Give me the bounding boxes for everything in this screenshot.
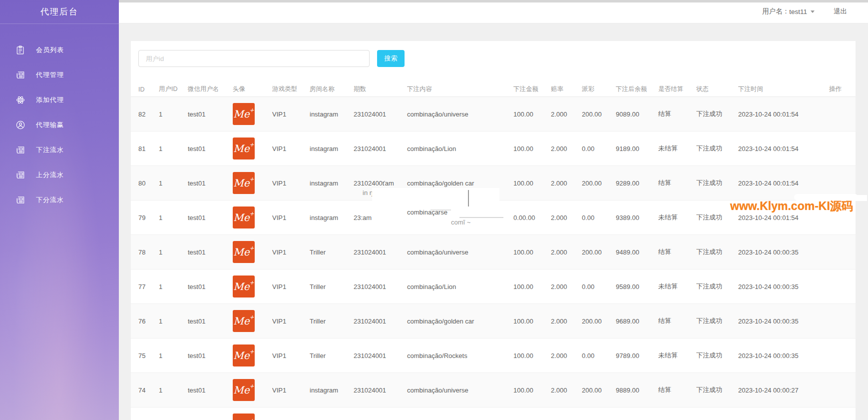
cell-odds: 2.000 (551, 132, 582, 166)
video-caret-artifact (468, 190, 469, 206)
search-button[interactable]: 搜索 (377, 50, 405, 67)
avatar: Me+ (233, 414, 255, 420)
cell-game: VIP1 (272, 166, 310, 200)
cell-text: 23102400ťam (354, 180, 394, 187)
cell-text: 未结算 (658, 144, 678, 153)
sidebar-item-withdraw-flow[interactable]: 下分流水 (0, 188, 119, 212)
sidebar-item-agent-winloss[interactable]: 代理输赢 (0, 112, 119, 138)
cell-id: 77 (131, 270, 156, 304)
cell-text: instagram (310, 110, 338, 118)
cell-text: 2.000 (551, 145, 567, 152)
cell-text: 结算 (658, 316, 671, 326)
news-icon (15, 195, 25, 205)
avatar-logo-text: Me (233, 144, 249, 154)
cell-text: 231024001 (354, 352, 386, 360)
cell-payout: 200.00 (582, 373, 616, 407)
cell-text: 1 (159, 110, 162, 118)
col-uid: 用户ID (156, 85, 180, 94)
table-row: 811test01Me+VIP1instagram231024001combin… (131, 132, 856, 166)
col-settle: 是否结算 (658, 85, 696, 94)
main-content: 搜索 ID用户ID微信用户名头像游戏类型房间名称期数下注内容下注金额赔率派彩下注… (119, 24, 868, 420)
cell-text: 200.00 (582, 386, 602, 394)
col-status: 状态 (696, 85, 738, 94)
cell-text: 231024001 (354, 248, 386, 256)
cell-text: combinação/Lion (407, 145, 456, 152)
cell-id (131, 408, 156, 420)
avatar-logo-plus: + (250, 314, 254, 320)
news-icon (15, 70, 25, 80)
cell-odds: 2.000 (551, 97, 582, 131)
cell-text: 231024001 (354, 283, 386, 290)
cell-room: Triller (310, 304, 350, 338)
cell-payout (582, 408, 616, 420)
sidebar-item-label: 添加代理 (36, 96, 64, 104)
cell-period: 231024001 (350, 304, 407, 338)
cell-text: 下注成功 (696, 213, 722, 222)
sidebar-item-add-agent[interactable]: 添加代理 (0, 88, 119, 112)
avatar-logo-plus: + (250, 418, 254, 420)
sidebar-item-bet-flow[interactable]: 下注流水 (0, 138, 119, 162)
cell-text: 2.000 (551, 248, 567, 256)
cell-text: 未结算 (658, 213, 678, 222)
cell-text: 未结算 (658, 351, 678, 360)
col-odds: 赔率 (551, 85, 582, 94)
cell-game: VIP1 (272, 304, 310, 338)
cell-settle: 未结算 (658, 132, 696, 166)
cell-text: VIP1 (272, 180, 286, 187)
cell-action (821, 97, 856, 131)
cell-uid: 1 (156, 235, 180, 269)
cell-room: instagram (310, 373, 350, 407)
news-icon (15, 145, 25, 155)
cell-text: 100.00 (513, 318, 533, 325)
cell-amount: 100.00 (507, 304, 551, 338)
cell-avatar: Me+ (230, 270, 272, 304)
cell-balance (616, 408, 658, 420)
cell-text: 200.00 (582, 248, 602, 256)
cell-action (821, 132, 856, 166)
search-input[interactable] (138, 50, 370, 67)
sidebar-item-label: 会员列表 (36, 46, 64, 54)
sidebar-item-label: 下分流水 (36, 196, 64, 204)
table-row: 771test01Me+VIP1Triller231024001combinaç… (131, 270, 856, 304)
username-dropdown[interactable]: 用户名： test11 (762, 7, 815, 16)
cell-text: combinação/Rockets (407, 352, 467, 360)
cell-text: combinação/universe (407, 386, 468, 394)
cell-id: 75 (131, 338, 156, 372)
cell-action (821, 338, 856, 372)
cell-avatar: Me+ (230, 132, 272, 166)
cell-id: 76 (131, 304, 156, 338)
cell-text: 9389.00 (616, 214, 639, 222)
cell-balance: 9189.00 (616, 132, 658, 166)
cell-id: 81 (131, 132, 156, 166)
app-title: 代理后台 (0, 0, 119, 24)
col-content: 下注内容 (407, 85, 507, 94)
inpaint-smudge (372, 188, 499, 202)
cell-room (310, 408, 350, 420)
cell-time: 2023-10-24 00:00:35 (738, 304, 821, 338)
cell-avatar: Me+ (230, 408, 272, 420)
cell-payout: 0.00 (582, 132, 616, 166)
avatar-logo-plus: + (250, 176, 254, 182)
avatar-logo-plus: + (250, 210, 254, 217)
cell-time: 2023-10-24 00:00:35 (738, 338, 821, 372)
table-row: 751test01Me+VIP1Triller231024001combinaç… (131, 338, 856, 373)
sidebar-item-topup-flow[interactable]: 上分流水 (0, 162, 119, 188)
cell-text: 9289.00 (616, 180, 639, 187)
user-circle-icon (15, 120, 25, 130)
cell-text: 231024001 (354, 145, 386, 152)
sidebar-item-members[interactable]: 会员列表 (0, 38, 119, 62)
cell-balance: 9789.00 (616, 338, 658, 372)
sidebar-item-agents[interactable]: 代理管理 (0, 62, 119, 88)
col-balance: 下注后余额 (616, 85, 658, 94)
username-label: 用户名： (762, 7, 789, 16)
cell-avatar: Me+ (230, 166, 272, 200)
sidebar: 代理后台 会员列表代理管理添加代理代理输赢下注流水上分流水下分流水 (0, 0, 119, 420)
cell-text: 1 (159, 180, 162, 187)
logout-button[interactable]: 退出 (834, 7, 847, 16)
table-row: Me+ (131, 408, 856, 420)
cell-text: 2023-10-24 00:00:27 (738, 386, 799, 394)
cell-text: 100.00 (513, 283, 533, 290)
cell-amount: 100.00 (507, 132, 551, 166)
bet-records-card: 搜索 ID用户ID微信用户名头像游戏类型房间名称期数下注内容下注金额赔率派彩下注… (131, 41, 856, 420)
cell-text: 2.000 (551, 386, 567, 394)
